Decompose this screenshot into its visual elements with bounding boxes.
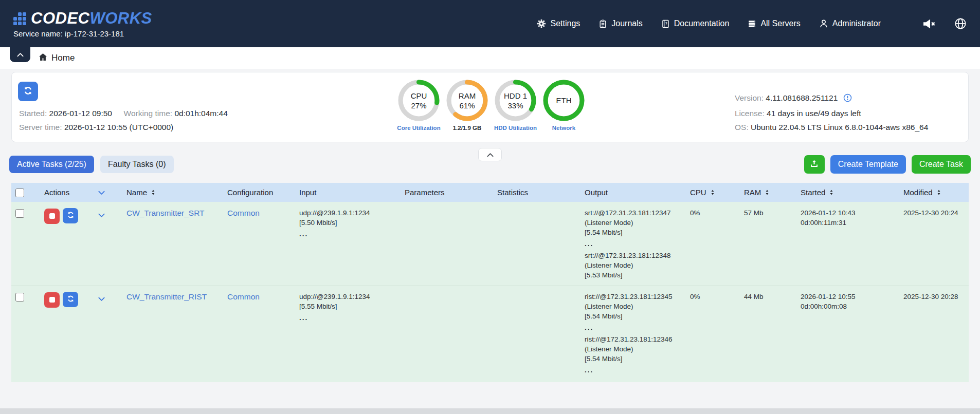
header-statistics: Statistics bbox=[493, 183, 580, 202]
license-value: 41 days in use/49 days left bbox=[767, 109, 861, 118]
gauge-cpu-sublabel[interactable]: Core Utilization bbox=[397, 125, 440, 131]
stop-task-button[interactable] bbox=[44, 292, 60, 308]
refresh-icon bbox=[67, 211, 75, 220]
gauge-hdd-sublabel[interactable]: HDD Utilization bbox=[494, 125, 537, 131]
cell-line: 0d:00h:00m:08 bbox=[801, 302, 895, 311]
row-checkbox[interactable] bbox=[15, 293, 24, 302]
collapse-navbar-button[interactable] bbox=[10, 47, 30, 62]
user-icon bbox=[819, 19, 828, 28]
gear-icon bbox=[537, 19, 546, 28]
statistics-cell bbox=[493, 286, 580, 383]
working-time-value: 0d:01h:04m:44 bbox=[174, 109, 227, 118]
gauge-hdd: HDD 133% HDD Utilization bbox=[495, 80, 536, 131]
horizontal-scrollbar[interactable] bbox=[0, 408, 980, 414]
gauge-eth-sublabel[interactable]: Network bbox=[552, 125, 575, 131]
cell-line: [5.53 Mbit/s] bbox=[585, 270, 682, 280]
sort-icon bbox=[936, 189, 942, 196]
nav-administrator[interactable]: Administrator bbox=[819, 19, 881, 28]
header-modified[interactable]: Modified bbox=[899, 183, 969, 202]
restart-task-button[interactable] bbox=[63, 208, 78, 223]
svg-text:?: ? bbox=[665, 21, 667, 26]
home-icon bbox=[39, 53, 47, 64]
sort-icon bbox=[150, 189, 156, 196]
cell-line: (Listener Mode) bbox=[585, 260, 682, 270]
stop-icon bbox=[49, 297, 55, 303]
sort-icon bbox=[764, 189, 770, 196]
cpu-cell: 0% bbox=[686, 286, 740, 383]
cell-line: udp://@239.1.9.1:1234 bbox=[299, 208, 396, 218]
task-name-link[interactable]: CW_Transmitter_RIST bbox=[126, 292, 207, 301]
restart-task-button[interactable] bbox=[63, 292, 78, 307]
tab-active-tasks[interactable]: Active Tasks (2/25) bbox=[9, 156, 94, 173]
create-template-button[interactable]: Create Template bbox=[830, 155, 906, 174]
row-checkbox[interactable] bbox=[15, 209, 24, 218]
top-navbar: CODECWORKS Service name: ip-172-31-23-18… bbox=[0, 0, 980, 47]
stop-icon bbox=[49, 213, 55, 219]
breadcrumb-bar: Home bbox=[0, 47, 980, 69]
statistics-cell bbox=[493, 202, 580, 286]
header-configuration: Configuration bbox=[223, 183, 295, 202]
cell-line: 2026-01-12 10:55 bbox=[801, 292, 895, 302]
refresh-icon bbox=[23, 86, 33, 97]
expand-row-chevron-icon[interactable] bbox=[98, 211, 105, 221]
documentation-icon: ? bbox=[661, 20, 670, 28]
expand-ellipsis[interactable]: ... bbox=[299, 232, 396, 237]
header-parameters: Parameters bbox=[401, 183, 493, 202]
cell-line: 2026-01-12 10:43 bbox=[801, 208, 895, 218]
task-configuration-link[interactable]: Common bbox=[227, 209, 260, 217]
modified-cell: 2025-12-30 20:28 bbox=[899, 286, 969, 383]
cell-line: [5.54 Mbit/s] bbox=[585, 354, 682, 364]
nav-journals[interactable]: Journals bbox=[598, 19, 642, 28]
cell-line: 0d:00h:11m:31 bbox=[801, 218, 895, 228]
servers-icon bbox=[748, 20, 756, 28]
nav-documentation[interactable]: ? Documentation bbox=[661, 19, 730, 28]
header-cpu[interactable]: CPU bbox=[686, 183, 740, 202]
expand-ellipsis[interactable]: ... bbox=[299, 315, 396, 321]
expand-ellipsis[interactable]: ... bbox=[585, 368, 682, 373]
version-info-icon[interactable] bbox=[843, 95, 852, 104]
cell-line: srt://@172.31.23.181:12347 bbox=[585, 208, 682, 218]
expand-row-chevron-icon[interactable] bbox=[98, 295, 105, 305]
server-status-panel: Started: 2026-01-12 09:50 Working time: … bbox=[11, 72, 969, 142]
stop-task-button[interactable] bbox=[44, 209, 60, 224]
sort-icon bbox=[710, 189, 716, 196]
language-globe-icon[interactable] bbox=[954, 17, 967, 30]
header-actions: Actions bbox=[40, 183, 94, 202]
header-started[interactable]: Started bbox=[796, 183, 899, 202]
cpu-cell: 0% bbox=[686, 202, 740, 286]
ram-cell: 57 Mb bbox=[740, 202, 796, 286]
breadcrumb-home[interactable]: Home bbox=[39, 53, 75, 64]
started-cell: 2026-01-12 10:430d:00h:11m:31 bbox=[801, 208, 895, 228]
expand-all-chevron-icon[interactable] bbox=[98, 189, 105, 197]
parameters-cell bbox=[401, 286, 493, 383]
os-value: Ubuntu 22.04.5 LTS Linux 6.8.0-1044-aws … bbox=[751, 123, 928, 131]
refresh-status-button[interactable] bbox=[18, 82, 38, 101]
cell-line: srt://@172.31.23.181:12348 bbox=[585, 251, 682, 260]
cell-line: rist://@172.31.23.181:12346 bbox=[585, 334, 682, 344]
header-name[interactable]: Name bbox=[122, 183, 223, 202]
tab-faulty-tasks[interactable]: Faulty Tasks (0) bbox=[100, 156, 174, 173]
nav-all-servers[interactable]: All Servers bbox=[748, 19, 800, 28]
cell-line: [5.50 Mbit/s] bbox=[299, 218, 396, 228]
import-task-button[interactable] bbox=[804, 155, 825, 174]
expand-ellipsis[interactable]: ... bbox=[585, 241, 682, 247]
task-name-link[interactable]: CW_Transmitter_SRT bbox=[126, 209, 205, 217]
select-all-checkbox[interactable] bbox=[15, 189, 24, 197]
cell-line: (Listener Mode) bbox=[585, 218, 682, 228]
header-ram[interactable]: RAM bbox=[740, 183, 796, 202]
nav-settings[interactable]: Settings bbox=[537, 19, 580, 28]
collapse-status-panel-button[interactable] bbox=[478, 148, 502, 161]
cell-line: (Listener Mode) bbox=[585, 302, 682, 311]
create-task-button[interactable]: Create Task bbox=[912, 155, 971, 174]
upload-icon bbox=[810, 159, 819, 170]
service-name: Service name: ip-172-31-23-181 bbox=[13, 29, 152, 38]
cell-line: rist://@172.31.23.181:12345 bbox=[585, 292, 682, 302]
resource-gauges: CPU27% Core Utilization RAM61% 1.2/1.9 G… bbox=[398, 80, 585, 131]
parameters-cell bbox=[401, 202, 493, 286]
mute-icon[interactable] bbox=[922, 17, 936, 31]
task-configuration-link[interactable]: Common bbox=[227, 292, 260, 301]
gauge-ram-sublabel: 1.2/1.9 GB bbox=[453, 125, 482, 131]
expand-ellipsis[interactable]: ... bbox=[585, 325, 682, 330]
started-value: 2026-01-12 09:50 bbox=[49, 109, 112, 118]
input-cell: udp://@239.1.9.1:1234[5.50 Mbit/s]... bbox=[299, 208, 396, 237]
